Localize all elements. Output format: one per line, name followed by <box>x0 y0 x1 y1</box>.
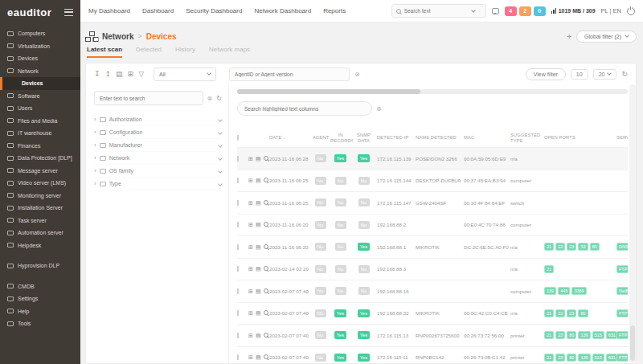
sidebar-item-message-server[interactable]: Message server <box>0 165 80 178</box>
sidebar-item-virtualization[interactable]: Virtualization <box>0 40 80 53</box>
table-row[interactable]: ⊞▤2023-11-16 06:20NoNoYes192.168.88.1MIK… <box>237 236 628 259</box>
chevron-down-icon[interactable] <box>218 130 223 135</box>
column-header-in-records[interactable]: IN RECORDS <box>330 133 353 143</box>
row-checkbox[interactable] <box>237 333 239 338</box>
hamburger-menu-icon[interactable] <box>64 9 73 16</box>
nav-item-network-dashboard[interactable]: Network Dashboard <box>254 7 311 14</box>
expand-icon[interactable]: › <box>94 141 96 149</box>
details-icon[interactable]: ▤ <box>256 354 261 360</box>
tree-item-manufacturer[interactable]: ›Manufacturer <box>94 139 222 152</box>
table-row[interactable]: ⊞▤2023-11-16 06:25NoNoNo172.16.115.147GS… <box>237 192 628 215</box>
sidebar-item-devices[interactable]: Devices <box>0 52 80 65</box>
table-row[interactable]: ⊞▤2023-11-16 06:20NoNoNo192.168.88.200:E… <box>237 215 628 237</box>
details-icon[interactable]: ▤ <box>256 200 261 206</box>
sidebar-item-tools[interactable]: Tools <box>0 317 80 330</box>
agent-id-input[interactable] <box>229 67 350 81</box>
global-filter-button[interactable]: Global filter (2) <box>576 31 637 43</box>
tab-latest-scan[interactable]: Latest scan <box>87 46 122 58</box>
row-checkbox[interactable] <box>237 288 239 294</box>
chevron-down-icon[interactable] <box>471 8 476 13</box>
magnifier-icon[interactable] <box>264 288 268 294</box>
grid-icon[interactable]: ⊞ <box>248 266 253 272</box>
grid-icon[interactable]: ⊞ <box>248 354 253 360</box>
tab-network-maps[interactable]: Network maps <box>209 46 250 56</box>
chevron-down-icon[interactable] <box>218 182 223 186</box>
magnifier-icon[interactable] <box>264 310 268 316</box>
tree-refresh-icon[interactable]: ↻ <box>216 95 222 102</box>
grid-icon[interactable]: ⊞ <box>248 200 253 206</box>
row-checkbox[interactable] <box>237 200 239 206</box>
table-search-input[interactable] <box>237 101 372 116</box>
filter-icon[interactable]: ▽ <box>138 71 144 78</box>
notification-badge-0[interactable]: 4 <box>505 6 517 16</box>
tree-item-network[interactable]: ›Network <box>94 152 222 165</box>
print-icon[interactable]: ▤ <box>116 71 123 78</box>
vertical-scrollbar[interactable] <box>629 84 636 363</box>
magnifier-icon[interactable] <box>264 266 268 272</box>
sidebar-item-automation-server[interactable]: Automation server <box>0 227 80 239</box>
sidebar-item-helpdesk[interactable]: Helpdesk <box>0 239 80 252</box>
tree-search-input[interactable] <box>94 91 203 105</box>
row-checkbox[interactable] <box>237 310 239 316</box>
nav-item-my-dashboard[interactable]: My Dashboard <box>88 7 130 14</box>
sidebar-item-video-server-lms-[interactable]: Video server (LMS) <box>0 177 80 190</box>
refresh-icon[interactable]: ↻ <box>621 70 628 78</box>
column-header-name-detected[interactable]: NAME DETECTED <box>416 135 464 141</box>
view-filter-button[interactable]: View filter <box>526 68 566 80</box>
vertical-scrollbar-thumb[interactable] <box>630 325 635 361</box>
table-row[interactable]: ⊞▤2023-11-16 06:28NoYesYes172.16.115.139… <box>237 148 628 170</box>
column-header-date[interactable]: DATE ↓ <box>269 135 313 141</box>
nav-item-security-dashboard[interactable]: Security Dashboard <box>186 7 242 14</box>
column-header-suggested-type[interactable]: SUGGESTED TYPE <box>510 133 544 143</box>
add-filter-icon[interactable]: + <box>567 32 571 41</box>
grid-icon[interactable]: ⊞ <box>248 156 253 162</box>
page-size-select[interactable]: 20 <box>593 69 617 80</box>
magnifier-icon[interactable] <box>264 244 268 250</box>
export-up-icon[interactable]: ↥ <box>105 71 112 78</box>
table-row[interactable]: ⊞▤2023-02-07 07:40NoYesYes172.16.115.13R… <box>237 325 628 347</box>
grid-icon[interactable]: ⊞ <box>248 310 253 316</box>
language-switch[interactable]: PL | EN <box>601 7 621 14</box>
sidebar-item-software[interactable]: Software <box>0 90 80 103</box>
table-row[interactable]: ⊞▤2023-11-16 06:25NoNoNo172.16.115.144DE… <box>237 170 628 193</box>
power-icon[interactable] <box>627 7 635 15</box>
grid-icon[interactable]: ⊞ <box>248 222 253 227</box>
chevron-down-icon[interactable] <box>218 169 223 174</box>
columns-icon[interactable]: ⊞ <box>128 71 134 78</box>
sidebar-item-installation-server[interactable]: Installation Server <box>0 202 80 215</box>
details-icon[interactable]: ▤ <box>256 266 261 272</box>
sidebar-item-settings[interactable]: Settings <box>0 292 80 305</box>
sidebar-item-help[interactable]: Help <box>0 305 80 318</box>
row-checkbox[interactable] <box>237 244 239 250</box>
row-checkbox[interactable] <box>237 354 239 360</box>
details-icon[interactable]: ▤ <box>256 244 261 250</box>
grid-icon[interactable]: ⊞ <box>248 288 253 294</box>
sidebar-item-data-protection-dlp-[interactable]: Data Protection [DLP] <box>0 152 80 165</box>
table-row[interactable]: ⊞▤2023-02-07 07:40NoYesYes172.16.115.11R… <box>237 347 628 364</box>
chevron-down-icon[interactable] <box>218 143 223 148</box>
notification-badge-1[interactable]: 2 <box>519 6 531 16</box>
sidebar-item-it-warehouse[interactable]: IT warehouse <box>0 127 80 140</box>
details-icon[interactable]: ▤ <box>256 333 261 338</box>
tree-item-os-family[interactable]: ›OS family <box>94 165 222 178</box>
row-checkbox[interactable] <box>237 178 239 183</box>
grid-icon[interactable]: ⊞ <box>248 244 253 250</box>
sidebar-item-finances[interactable]: Finances <box>0 140 80 153</box>
agent-filter-select[interactable]: All <box>154 67 216 81</box>
magnifier-icon[interactable] <box>264 156 268 162</box>
column-header-detected-ip[interactable]: DETECTED IP <box>377 135 416 141</box>
page-number-box[interactable]: 10 <box>571 69 588 80</box>
table-row[interactable]: ⊞▤2023-02-07 07:40NoNoNo192.168.88.16com… <box>237 280 628 303</box>
sidebar-item-monitoring-server[interactable]: Monitoring server <box>0 190 80 202</box>
export-down-icon[interactable]: ↧ <box>94 71 100 78</box>
sidebar-item-users[interactable]: Users <box>0 102 80 115</box>
chevron-down-icon[interactable] <box>218 156 223 161</box>
details-icon[interactable]: ▤ <box>256 310 261 316</box>
column-header-mac[interactable]: MAC <box>464 135 510 141</box>
magnifier-icon[interactable] <box>264 200 268 206</box>
row-checkbox[interactable] <box>237 156 239 162</box>
breadcrumb-section[interactable]: Network <box>102 32 133 41</box>
details-icon[interactable]: ▤ <box>256 288 261 294</box>
magnifier-icon[interactable] <box>264 333 268 338</box>
clear-input-icon[interactable]: ⊗ <box>354 71 360 78</box>
